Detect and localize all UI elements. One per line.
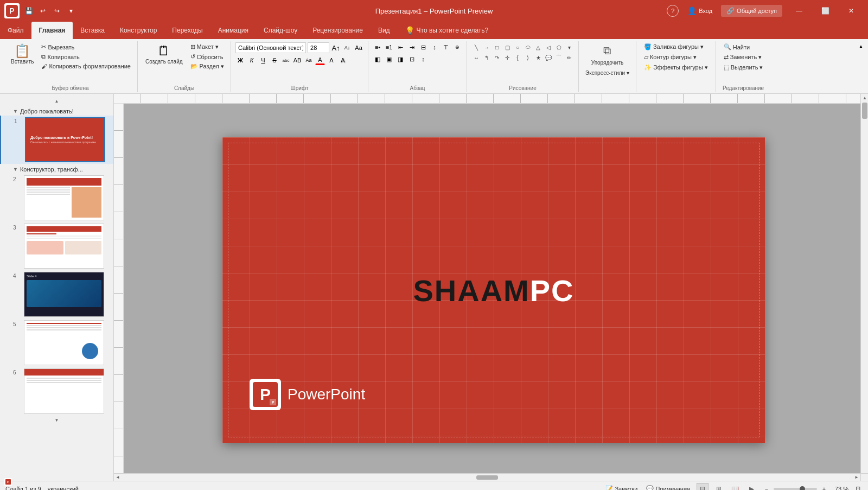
clear-format-button[interactable]: Aa	[354, 43, 363, 53]
tab-slideshow[interactable]: Слайд-шоу	[256, 22, 305, 39]
shape-roundrect[interactable]: ▢	[502, 42, 512, 52]
customize-quick-access-button[interactable]: ▾	[65, 5, 77, 17]
font-shrink-button[interactable]: A↓	[342, 43, 352, 53]
shape-bracket[interactable]: {	[513, 53, 522, 62]
italic-button[interactable]: К	[247, 55, 257, 65]
strikethrough-button[interactable]: S	[270, 55, 279, 65]
new-slide-button[interactable]: 🗒 Создать слайд	[142, 42, 186, 67]
slide-panel-scroll-up[interactable]: ▲	[53, 97, 61, 105]
columns-top-button[interactable]: ⊟	[418, 42, 428, 52]
save-button[interactable]: 💾	[23, 5, 35, 17]
shape-rtri[interactable]: ◁	[544, 42, 553, 52]
scroll-right-button[interactable]: ►	[853, 474, 860, 481]
vertical-scrollbar[interactable]: ▲ ▼	[860, 94, 868, 481]
shape-fill-button[interactable]: 🪣 Заливка фигуры ▾	[641, 42, 711, 52]
reset-button[interactable]: ↺ Сбросить	[188, 52, 226, 61]
shape-freehand[interactable]: ✏	[564, 53, 574, 62]
align-left-button[interactable]: ◧	[373, 54, 382, 64]
cut-button[interactable]: ✂ Вырезать	[39, 42, 133, 52]
comments-button[interactable]: 💬 Примечания	[644, 484, 692, 490]
shape-pentagon[interactable]: ⬠	[554, 42, 564, 52]
shape-tri[interactable]: △	[533, 42, 543, 52]
font-color-button[interactable]: А	[315, 55, 325, 65]
shape-rect[interactable]: □	[492, 42, 502, 52]
tab-search[interactable]: 💡 Что вы хотите сделать?	[398, 22, 496, 39]
undo-button[interactable]: ↩	[37, 5, 49, 17]
select-button[interactable]: ⬚ Выделить ▾	[720, 63, 767, 72]
text-direction-button[interactable]: ↕	[430, 42, 439, 52]
section-button[interactable]: 📂 Раздел ▾	[188, 62, 226, 71]
view-normal-button[interactable]: ⊟	[697, 483, 709, 491]
zoom-minus-button[interactable]: −	[762, 484, 771, 491]
shape-connector[interactable]: ⌒	[554, 53, 564, 62]
help-button[interactable]: ?	[667, 5, 679, 17]
justify-button[interactable]: ⊡	[407, 54, 417, 64]
shape-star[interactable]: ★	[533, 53, 543, 62]
align-top-button[interactable]: ⊤	[441, 42, 451, 52]
text-glow-button[interactable]: А	[327, 55, 336, 65]
tab-animation[interactable]: Анимация	[210, 22, 256, 39]
shape-curve-arrow[interactable]: ↷	[492, 53, 502, 62]
format-painter-button[interactable]: 🖌 Копировать форматирование	[39, 62, 133, 71]
scroll-thumb-h[interactable]	[476, 475, 498, 480]
underline-button[interactable]: Ч	[258, 55, 268, 65]
powerpoint-brand[interactable]: P P PowerPoint	[250, 379, 365, 410]
char-spacing-button[interactable]: АВ	[292, 55, 302, 65]
dec-indent-button[interactable]: ⇤	[395, 42, 405, 52]
replace-button[interactable]: ⇄ Заменить ▾	[720, 53, 767, 62]
inc-indent-button[interactable]: ⇥	[407, 42, 417, 52]
shape-chevron[interactable]: ⟩	[523, 53, 533, 62]
shape-more[interactable]: ▾	[564, 42, 574, 52]
tab-design[interactable]: Конструктор	[112, 22, 164, 39]
login-button[interactable]: 👤 Вход	[683, 5, 717, 16]
smartart-button[interactable]: ⊕	[452, 42, 462, 52]
text-case-button[interactable]: Aa	[304, 55, 314, 65]
shape-dbl-arrow[interactable]: ↔	[471, 53, 481, 62]
font-grow-button[interactable]: A↑	[331, 43, 341, 53]
scroll-thumb-v[interactable]	[862, 103, 867, 119]
layout-button[interactable]: ⊞ Макет ▾	[188, 42, 226, 52]
find-button[interactable]: 🔍 Найти	[720, 42, 767, 52]
tab-home[interactable]: Главная	[31, 22, 73, 39]
tab-review[interactable]: Рецензирование	[305, 22, 371, 39]
slide-item-1[interactable]: 1 Добро пожаловать в PowerPoint! Ознаком…	[0, 116, 113, 164]
align-center-button[interactable]: ▣	[384, 54, 394, 64]
scroll-up-button[interactable]: ▲	[861, 94, 868, 101]
numbered-button[interactable]: ≡1	[384, 42, 394, 52]
quick-styles-button[interactable]: Экспресс-стили ▾	[583, 69, 631, 77]
notes-button[interactable]: 📝 Заметки	[603, 484, 640, 490]
slide-logo[interactable]: SHAAMPC	[413, 272, 574, 308]
view-slideshow-button[interactable]: ▶	[745, 483, 757, 491]
text-shadow-button[interactable]: А	[338, 55, 348, 65]
shape-bend-arrow[interactable]: ↰	[482, 53, 492, 62]
shape-outline-button[interactable]: ▱ Контур фигуры ▾	[641, 53, 711, 62]
minimize-button[interactable]: —	[787, 0, 812, 22]
slide-item-3[interactable]: 3	[0, 222, 113, 270]
slide-panel-scroll-down[interactable]: ▼	[53, 416, 61, 424]
view-reading-button[interactable]: 📖	[729, 483, 741, 491]
shape-circle[interactable]: ○	[513, 42, 522, 52]
maximize-button[interactable]: ⬜	[813, 0, 838, 22]
zoom-plus-button[interactable]: +	[819, 484, 829, 491]
font-size-input[interactable]	[308, 42, 329, 53]
collapse-ribbon-button[interactable]: ▲	[857, 42, 865, 50]
align-right-button[interactable]: ◨	[395, 54, 405, 64]
shape-callout[interactable]: 💬	[544, 53, 553, 62]
zoom-slider[interactable]	[774, 488, 817, 490]
view-slide-sorter-button[interactable]: ⊞	[713, 483, 725, 491]
close-button[interactable]: ✕	[839, 0, 864, 22]
share-button[interactable]: 🔗 Общий доступ	[721, 5, 782, 17]
section-header-design[interactable]: ▼ Конструктор, трансф...	[0, 164, 113, 174]
shape-arrow[interactable]: →	[482, 42, 492, 52]
slide-item-4[interactable]: 4 Slide 4	[0, 270, 113, 319]
line-spacing-button[interactable]: ↕	[418, 54, 428, 64]
tab-insert[interactable]: Вставка	[73, 22, 112, 39]
bullets-button[interactable]: ≡•	[373, 42, 382, 52]
horizontal-scrollbar[interactable]: ◄ ►	[114, 473, 860, 481]
arrange-button[interactable]: ⧉ Упорядочить	[587, 42, 628, 68]
section-header-welcome[interactable]: ▼ Добро пожаловать!	[0, 106, 113, 116]
shape-line[interactable]: ╲	[471, 42, 481, 52]
tab-transitions[interactable]: Переходы	[164, 22, 210, 39]
slide-item-2[interactable]: 2	[0, 174, 113, 222]
bold-button[interactable]: Ж	[235, 55, 245, 65]
